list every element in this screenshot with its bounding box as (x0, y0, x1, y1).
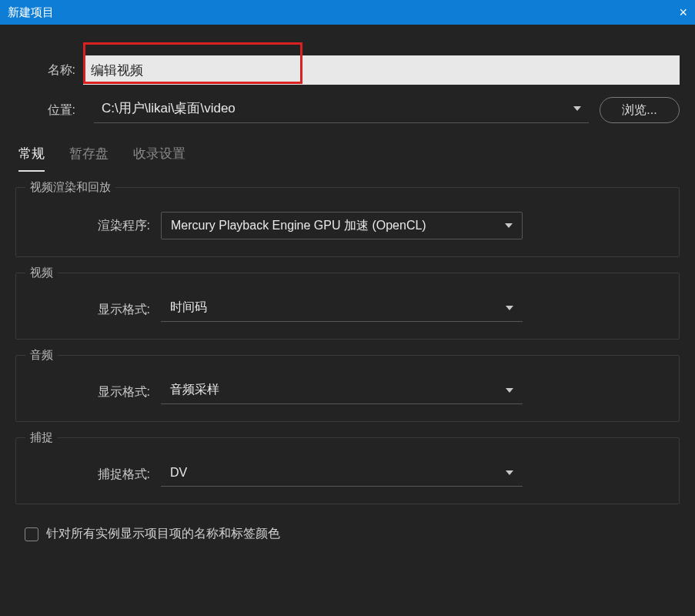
chevron-down-icon (506, 306, 513, 310)
group-video: 视频 显示格式: 时间码 (15, 273, 680, 340)
video-format-label: 显示格式: (30, 302, 161, 318)
close-icon[interactable]: × (679, 5, 687, 21)
tab-ingest-settings[interactable]: 收录设置 (133, 145, 185, 172)
name-input-wrap (83, 55, 680, 85)
location-value: C:\用户\likai\桌面\video (102, 99, 236, 117)
dialog-content: 名称: 位置: C:\用户\likai\桌面\video 浏览... 常规 暂存… (0, 25, 695, 542)
audio-format-value: 音频采样 (170, 382, 219, 398)
group-capture: 捕捉 捕捉格式: DV (15, 437, 680, 504)
renderer-row: 渲染程序: Mercury Playback Engine GPU 加速 (Op… (30, 212, 665, 239)
tabs: 常规 暂存盘 收录设置 (15, 136, 680, 172)
renderer-value: Mercury Playback Engine GPU 加速 (OpenCL) (171, 218, 426, 234)
group-title-capture: 捕捉 (25, 430, 58, 445)
video-format-value: 时间码 (170, 300, 207, 316)
audio-format-label: 显示格式: (30, 384, 161, 400)
capture-format-row: 捕捉格式: DV (30, 462, 665, 487)
capture-format-value: DV (170, 466, 187, 480)
video-format-row: 显示格式: 时间码 (30, 297, 665, 322)
video-format-select[interactable]: 时间码 (161, 297, 523, 322)
display-project-item-label: 针对所有实例显示项目项的名称和标签颜色 (46, 526, 280, 542)
name-label: 名称: (15, 62, 83, 79)
tab-general[interactable]: 常规 (18, 145, 45, 172)
location-select[interactable]: C:\用户\likai\桌面\video (94, 97, 589, 123)
renderer-label: 渲染程序: (30, 218, 161, 234)
location-row: 位置: C:\用户\likai\桌面\video 浏览... (15, 97, 680, 123)
group-title-render: 视频渲染和回放 (25, 180, 115, 195)
tab-scratch-disks[interactable]: 暂存盘 (69, 145, 109, 172)
chevron-down-icon (506, 470, 513, 475)
name-input[interactable] (83, 55, 680, 85)
capture-format-select[interactable]: DV (161, 462, 523, 487)
group-render: 视频渲染和回放 渲染程序: Mercury Playback Engine GP… (15, 187, 680, 257)
titlebar: 新建项目 × (0, 0, 695, 25)
display-project-item-row: 针对所有实例显示项目项的名称和标签颜色 (15, 526, 680, 542)
audio-format-row: 显示格式: 音频采样 (30, 380, 665, 404)
name-row: 名称: (15, 55, 680, 85)
dialog-title: 新建项目 (8, 5, 54, 20)
group-title-video: 视频 (25, 266, 58, 280)
chevron-down-icon (506, 388, 513, 393)
renderer-select[interactable]: Mercury Playback Engine GPU 加速 (OpenCL) (161, 212, 523, 239)
capture-format-label: 捕捉格式: (30, 467, 161, 483)
location-label: 位置: (15, 102, 83, 119)
chevron-down-icon (505, 223, 513, 228)
display-project-item-checkbox[interactable] (25, 527, 38, 541)
group-audio: 音频 显示格式: 音频采样 (15, 355, 680, 422)
browse-button[interactable]: 浏览... (600, 97, 680, 123)
group-title-audio: 音频 (25, 348, 58, 363)
chevron-down-icon (573, 106, 581, 111)
audio-format-select[interactable]: 音频采样 (161, 380, 523, 404)
general-panel: 视频渲染和回放 渲染程序: Mercury Playback Engine GP… (15, 187, 680, 542)
